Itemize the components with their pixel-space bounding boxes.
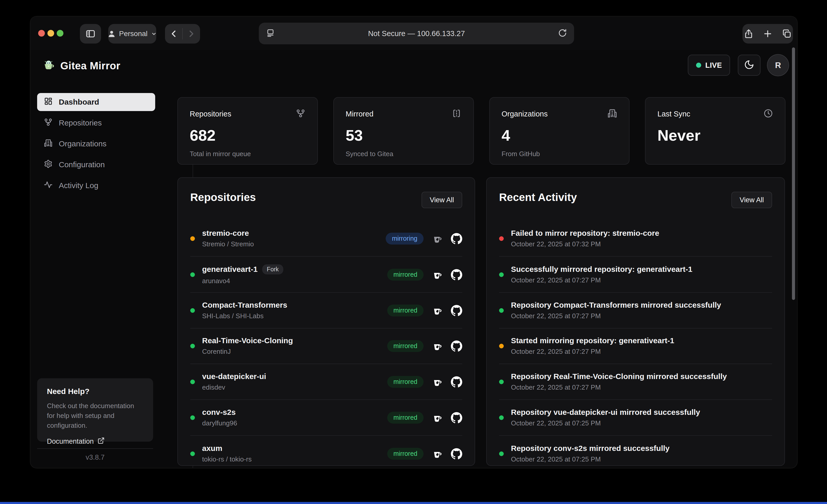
app-header: Gitea Mirror LIVE R (31, 50, 797, 99)
stats-row: Repositories 682 Total in mirror queue M… (177, 97, 785, 165)
live-dot (696, 63, 701, 68)
repo-owner: darylfung96 (202, 419, 237, 427)
activity-item: Started mirroring repository: generative… (499, 328, 772, 364)
gitea-icon[interactable] (432, 269, 443, 280)
sidebar-footer-divider (37, 448, 153, 449)
repo-name: vue-datepicker-ui (202, 372, 266, 381)
documentation-link[interactable]: Documentation (47, 437, 143, 446)
theme-toggle-button[interactable] (738, 55, 761, 76)
status-dot (499, 236, 504, 241)
gitea-icon[interactable] (432, 341, 443, 351)
browser-titlebar: Personal Not Secure — 100.66.133.27 (31, 16, 797, 50)
activity-time: October 22, 2025 at 07:27 PM (511, 384, 727, 391)
activity-time: October 22, 2025 at 07:32 PM (511, 240, 659, 248)
recent-activity-panel: Recent Activity View All Failed to mirro… (486, 177, 785, 466)
status-badge: mirrored (387, 376, 424, 388)
activity-message: Repository Compact-Transformers mirrored… (511, 301, 721, 309)
sidebar-item-label: Repositories (59, 118, 102, 127)
address-bar[interactable]: Not Secure — 100.66.133.27 (259, 23, 574, 44)
activity-item: Repository Compact-Transformers mirrored… (499, 293, 772, 329)
external-link-icon (97, 437, 105, 446)
stat-value: 53 (346, 127, 461, 144)
desktop-background: Personal Not Secure — 100.66.133.27 (0, 0, 827, 504)
status-badge: mirrored (387, 412, 424, 423)
user-avatar-button[interactable]: R (767, 54, 789, 76)
page-scrollbar[interactable] (792, 47, 795, 300)
sidebar-item-activity-log[interactable]: Activity Log (37, 177, 155, 195)
stat-card-mirrored: Mirrored 53 Synced to Gitea (333, 97, 474, 165)
status-dot (190, 380, 195, 384)
status-dot (499, 451, 504, 456)
profile-label: Personal (119, 30, 148, 38)
status-dot (499, 415, 504, 420)
activity-message: Repository Real-Time-Voice-Cloning mirro… (511, 372, 727, 381)
new-tab-icon[interactable] (763, 29, 773, 39)
repo-row[interactable]: Compact-TransformersSHI-Labs / SHI-Labs … (190, 293, 462, 329)
sidebar-toggle-button[interactable] (80, 24, 101, 44)
activity-message: Started mirroring repository: generative… (511, 336, 674, 345)
fork-badge: Fork (262, 264, 283, 274)
repo-row[interactable]: stremio-coreStremio / Stremio mirroring (190, 221, 462, 257)
gitea-logo-icon (43, 59, 55, 72)
live-label: LIVE (705, 61, 722, 69)
tab-overview-icon[interactable] (782, 29, 792, 39)
stat-label: Mirrored (346, 110, 374, 118)
status-badge: mirrored (387, 448, 424, 460)
repo-name: stremio-core (202, 229, 249, 238)
github-icon[interactable] (451, 448, 462, 459)
github-icon[interactable] (451, 269, 462, 280)
reload-icon[interactable] (557, 28, 568, 39)
repo-name: Real-Time-Voice-Cloning (202, 336, 293, 345)
sidebar-item-organizations[interactable]: Organizations (37, 135, 155, 153)
sidebar-item-configuration[interactable]: Configuration (37, 156, 155, 174)
gitea-icon[interactable] (432, 233, 443, 244)
stat-label: Last Sync (658, 110, 690, 118)
gitea-icon[interactable] (432, 376, 443, 387)
repo-owner: edisdev (202, 384, 266, 391)
app-title: Gitea Mirror (60, 60, 120, 71)
repo-row[interactable]: axumtokio-rs / tokio-rs mirrored (190, 436, 462, 466)
github-icon[interactable] (451, 340, 462, 352)
activity-pulse-icon (44, 181, 53, 191)
status-dot (499, 344, 504, 348)
gitea-icon[interactable] (432, 448, 443, 459)
repo-row[interactable]: Real-Time-Voice-CloningCorentinJ mirrore… (190, 328, 462, 364)
close-button[interactable] (38, 30, 45, 37)
live-status-button[interactable]: LIVE (688, 55, 730, 76)
url-text: Not Secure — 100.66.133.27 (275, 30, 557, 38)
activity-message: Repository conv-s2s mirrored successfull… (511, 444, 670, 453)
repo-name: conv-s2s (202, 408, 236, 417)
repositories-view-all-button[interactable]: View All (422, 192, 462, 208)
github-icon[interactable] (451, 412, 462, 423)
status-dot (499, 308, 504, 313)
github-icon[interactable] (451, 233, 462, 244)
activity-view-all-button[interactable]: View All (731, 192, 772, 208)
status-dot (190, 415, 195, 420)
github-icon[interactable] (451, 376, 462, 388)
view-all-label: View All (430, 196, 454, 204)
view-all-label: View All (740, 196, 764, 204)
gitea-icon[interactable] (432, 305, 443, 316)
sidebar-item-repositories[interactable]: Repositories (37, 114, 155, 132)
sidebar-item-dashboard[interactable]: Dashboard (37, 93, 155, 111)
reader-icon[interactable] (265, 28, 275, 39)
sidebar-item-label: Configuration (59, 160, 105, 169)
stat-card-last-sync: Last Sync Never (645, 97, 785, 165)
building-icon (44, 139, 53, 149)
activity-message: Failed to mirror repository: stremio-cor… (511, 229, 659, 238)
fullscreen-button[interactable] (57, 30, 63, 37)
moon-icon (744, 59, 754, 71)
share-icon[interactable] (743, 29, 754, 39)
status-dot (190, 272, 195, 277)
stat-value: Never (658, 127, 773, 144)
forward-button[interactable] (186, 29, 196, 38)
repo-row[interactable]: vue-datepicker-uiedisdev mirrored (190, 364, 462, 400)
gitea-icon[interactable] (432, 412, 443, 423)
git-fork-icon (44, 118, 53, 128)
repo-row[interactable]: generativeart-1Forkarunavo4 mirrored (190, 257, 462, 293)
profile-menu-button[interactable]: Personal (108, 24, 156, 44)
repo-row[interactable]: conv-s2sdarylfung96 mirrored (190, 400, 462, 436)
minimize-button[interactable] (47, 30, 54, 37)
back-button[interactable] (169, 29, 179, 38)
github-icon[interactable] (451, 305, 462, 316)
